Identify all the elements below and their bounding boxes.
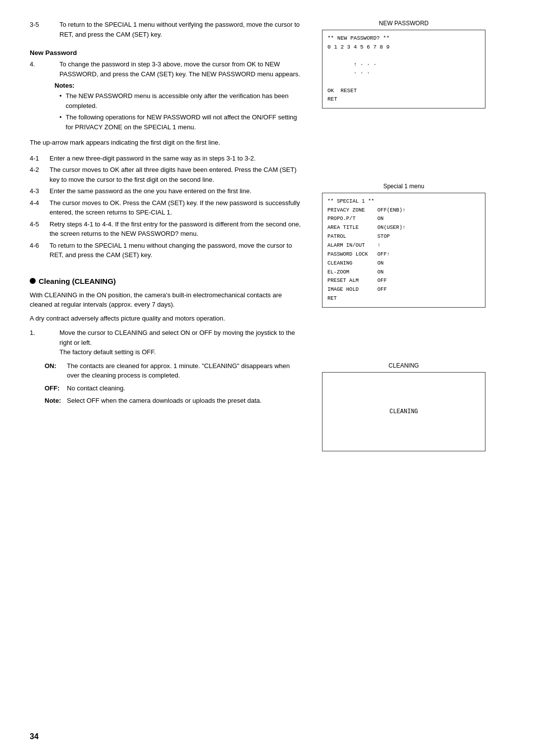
on-label: ON: <box>45 361 67 380</box>
step-4-num: 4. <box>30 59 59 79</box>
cleaning-screen-box: CLEANING <box>322 372 485 451</box>
page-number: 34 <box>30 732 39 741</box>
step-4-2: 4-2 The cursor moves to OK after all thr… <box>30 165 302 184</box>
on-item: ON: The contacts are cleaned for approx.… <box>45 361 302 380</box>
step-4-4-num: 4-4 <box>30 198 50 217</box>
bullet-circle-icon <box>30 278 36 284</box>
note-item: Note: Select OFF when the camera downloa… <box>45 396 302 406</box>
page: 3-5 To return to the SPECIAL 1 menu with… <box>0 0 535 756</box>
cleaning-step-1-text: Move the cursor to CLEANING and select O… <box>59 329 295 346</box>
note-text: Select OFF when the camera downloads or … <box>67 396 302 406</box>
cleaning-screen-section: CLEANING CLEANING <box>322 362 485 451</box>
step-3-5: 3-5 To return to the SPECIAL 1 menu with… <box>30 20 302 39</box>
new-password-screen-box: ** NEW PASSWORD? ** 0 1 2 3 4 5 6 7 8 9 … <box>322 30 485 108</box>
cleaning-section: Cleaning (CLEANING) With CLEANING in the… <box>30 277 302 406</box>
right-column: NEW PASSWORD ** NEW PASSWORD? ** 0 1 2 3… <box>317 20 485 736</box>
cleaning-para1: With CLEANING in the ON position, the ca… <box>30 290 302 310</box>
on-off-block: ON: The contacts are cleaned for approx.… <box>30 361 302 406</box>
step-4-3: 4-3 Enter the same password as the one y… <box>30 186 302 196</box>
cleaning-step-1-sub: The factory default setting is OFF. <box>59 348 156 356</box>
cleaning-step-1-num: 1. <box>30 328 59 357</box>
cleaning-para2: A dry contract adversely affects picture… <box>30 314 302 324</box>
new-password-screen-section: NEW PASSWORD ** NEW PASSWORD? ** 0 1 2 3… <box>322 20 485 108</box>
new-password-section: New Password 4. To change the password i… <box>30 49 302 260</box>
notes-title: Notes: <box>54 82 302 89</box>
step-4-3-text: Enter the same password as the one you h… <box>50 186 302 196</box>
cleaning-screen-label: CLEANING <box>322 362 485 369</box>
step-4-5-text: Retry steps 4-1 to 4-4. If the first ent… <box>50 219 302 239</box>
left-column: 3-5 To return to the SPECIAL 1 menu with… <box>30 20 317 736</box>
cleaning-title-text: Cleaning (CLEANING) <box>39 277 116 285</box>
arrow-mark-para: The up-arrow mark appears indicating the… <box>30 138 302 148</box>
special1-screen-box: ** SPECIAL 1 ** PRIVACY ZONE OFF(ENB)↑ P… <box>322 193 485 308</box>
note-2: The following operations for NEW PASSWOR… <box>54 112 302 132</box>
new-password-screen-label: NEW PASSWORD <box>322 20 485 27</box>
off-item: OFF: No contact cleaning. <box>45 383 302 393</box>
step-4-1-num: 4-1 <box>30 154 50 163</box>
notes-section: Notes: The NEW PASSWORD menu is accessib… <box>30 82 302 132</box>
step-4-1-text: Enter a new three-digit password in the … <box>50 154 302 163</box>
step-3-5-text: To return to the SPECIAL 1 menu without … <box>59 20 302 39</box>
special1-screen-section: Special 1 menu ** SPECIAL 1 ** PRIVACY Z… <box>322 183 485 308</box>
step-4-4: 4-4 The cursor moves to OK. Press the CA… <box>30 198 302 217</box>
note-label: Note: <box>45 396 67 406</box>
step-4-6-num: 4-6 <box>30 241 50 260</box>
cleaning-title: Cleaning (CLEANING) <box>30 277 302 285</box>
step-4-2-num: 4-2 <box>30 165 50 184</box>
new-password-title: New Password <box>30 49 302 56</box>
step-4-5: 4-5 Retry steps 4-1 to 4-4. If the first… <box>30 219 302 239</box>
off-text: No contact cleaning. <box>67 383 302 393</box>
off-label: OFF: <box>45 383 67 393</box>
on-text: The contacts are cleaned for approx. 1 m… <box>67 361 302 380</box>
step-4-1: 4-1 Enter a new three-digit password in … <box>30 154 302 163</box>
step-4-text: To change the password in step 3-3 above… <box>59 59 302 79</box>
step-4-4-text: The cursor moves to OK. Press the CAM (S… <box>50 198 302 217</box>
step-4-3-num: 4-3 <box>30 186 50 196</box>
special1-screen-label: Special 1 menu <box>322 183 485 190</box>
step-3-5-number: 3-5 <box>30 20 59 39</box>
step-4-2-text: The cursor moves to OK after all three d… <box>50 165 302 184</box>
step-4: 4. To change the password in step 3-3 ab… <box>30 59 302 79</box>
note-1: The NEW PASSWORD menu is accessible only… <box>54 91 302 110</box>
step-4-6-text: To return to the SPECIAL 1 menu without … <box>50 241 302 260</box>
cleaning-step-1: 1. Move the cursor to CLEANING and selec… <box>30 328 302 357</box>
cleaning-screen-text: CLEANING <box>389 408 418 415</box>
step-4-5-num: 4-5 <box>30 219 50 239</box>
step-4-6: 4-6 To return to the SPECIAL 1 menu with… <box>30 241 302 260</box>
cleaning-step-1-content: Move the cursor to CLEANING and select O… <box>59 328 302 357</box>
